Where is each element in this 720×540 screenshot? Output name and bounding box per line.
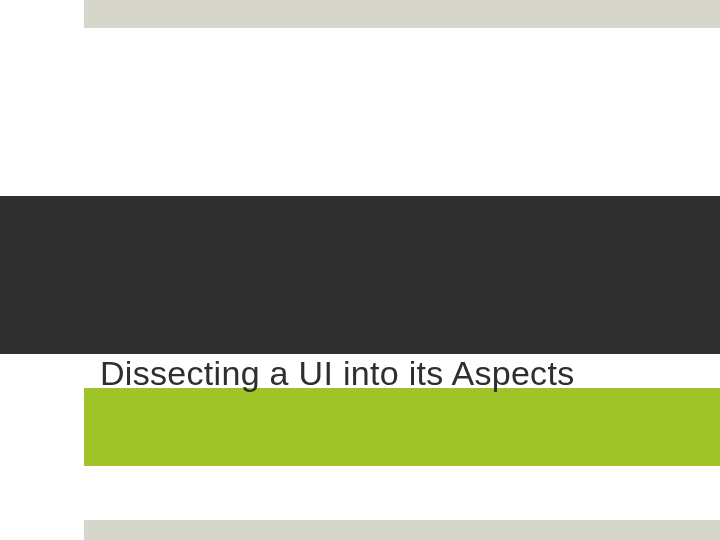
green-accent-band (84, 388, 720, 466)
dark-band (0, 196, 720, 354)
slide-title: Dissecting a UI into its Aspects (100, 354, 690, 393)
bottom-decorative-bar (84, 520, 720, 540)
top-decorative-bar (84, 0, 720, 28)
